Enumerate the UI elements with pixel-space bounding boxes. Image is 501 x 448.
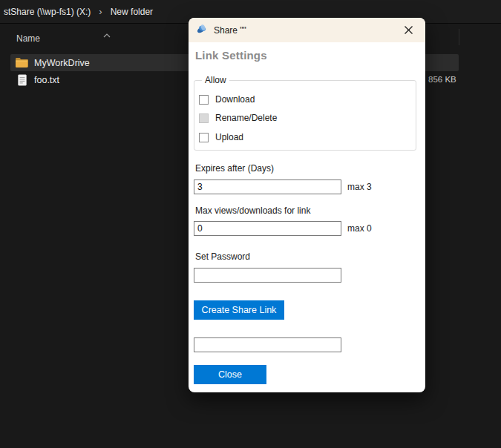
share-link-output-input[interactable] [194, 337, 341, 352]
allow-legend: Allow [202, 75, 229, 85]
explorer-window: stShare (\\wp-fs1) (X:) › New folder Nam… [0, 0, 501, 448]
download-checkbox[interactable] [199, 95, 209, 105]
download-checkbox-label: Download [215, 94, 255, 105]
breadcrumb-current-segment[interactable]: New folder [108, 6, 155, 18]
file-size-label: 856 KB [428, 75, 456, 84]
close-icon[interactable] [399, 21, 418, 40]
max-views-max-hint: max 0 [347, 223, 372, 234]
breadcrumb-path-segment[interactable]: stShare (\\wp-fs1) (X:) [1, 6, 93, 18]
upload-checkbox[interactable] [199, 133, 209, 142]
expires-label: Expires after (Days) [195, 163, 274, 174]
max-views-input[interactable] [194, 221, 341, 236]
expires-max-hint: max 3 [347, 182, 372, 192]
create-share-link-button[interactable]: Create Share Link [194, 300, 284, 320]
share-dialog: Share "" Link Settings Allow Download Re… [189, 18, 425, 392]
close-button[interactable]: Close [194, 365, 266, 384]
file-name-label: foo.txt [34, 75, 59, 85]
rename-delete-checkbox-label: Rename/Delete [215, 113, 277, 123]
link-settings-heading: Link Settings [195, 49, 267, 62]
rename-delete-checkbox [199, 113, 209, 123]
column-separator[interactable] [459, 29, 459, 45]
dialog-titlebar[interactable]: Share "" [189, 18, 425, 42]
checkbox-row-rename-delete: Rename/Delete [199, 112, 277, 124]
file-name-label: MyWorkDrive [34, 58, 90, 68]
password-label: Set Password [195, 251, 250, 262]
expires-input[interactable] [194, 179, 341, 194]
checkbox-row-download: Download [199, 93, 255, 105]
checkbox-row-upload: Upload [199, 131, 243, 143]
sort-ascending-icon [102, 28, 111, 34]
dialog-title: Share "" [214, 25, 246, 36]
chevron-right-icon: › [99, 7, 102, 16]
upload-checkbox-label: Upload [215, 132, 243, 142]
folder-icon [15, 57, 28, 69]
column-header-name[interactable]: Name [16, 33, 40, 44]
allow-groupbox: Allow Download Rename/Delete Upload [194, 80, 416, 151]
password-input[interactable] [194, 268, 341, 283]
max-views-label: Max views/downloads for link [195, 205, 310, 216]
myworkdrive-share-icon [196, 23, 208, 38]
text-file-icon [15, 74, 28, 86]
